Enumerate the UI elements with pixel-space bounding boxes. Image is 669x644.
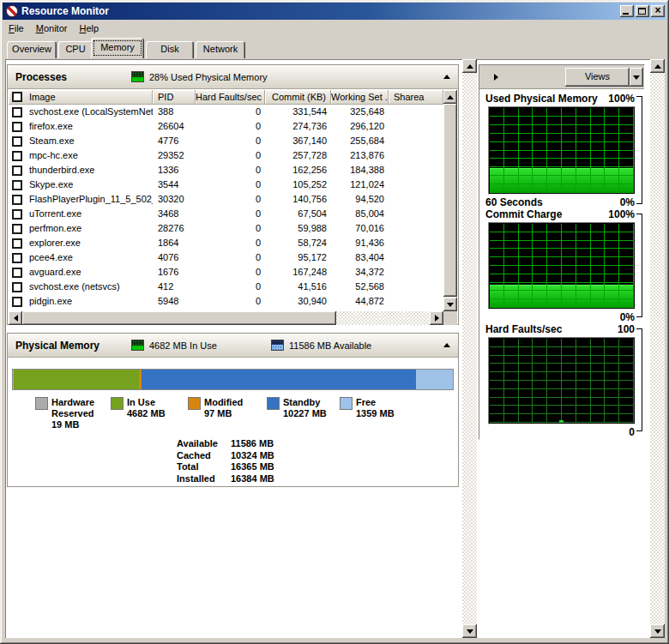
row-checkbox[interactable] <box>12 224 22 234</box>
process-pid: 1336 <box>153 163 196 178</box>
legend-value: 4682 MB <box>127 408 166 418</box>
row-checkbox[interactable] <box>12 180 22 190</box>
tab-memory[interactable]: Memory <box>91 38 144 58</box>
row-checkbox[interactable] <box>12 297 22 307</box>
column-commit[interactable]: Commit (KB) <box>265 90 331 105</box>
process-commit: 140,756 <box>265 192 331 207</box>
up-arrow-icon <box>654 64 661 69</box>
image-cell: explorer.exe <box>9 236 153 250</box>
row-checkbox[interactable] <box>12 238 22 249</box>
process-shareable <box>389 178 443 192</box>
table-row[interactable]: firefox.exe 26604 0 274,736 296,120 <box>9 119 443 134</box>
row-checkbox[interactable] <box>12 195 22 205</box>
column-pid[interactable]: PID <box>153 90 196 105</box>
table-row[interactable]: avguard.exe 1676 0 167,248 34,372 <box>9 265 443 280</box>
row-checkbox[interactable] <box>12 166 22 176</box>
tab-cpu[interactable]: CPU <box>58 41 93 58</box>
tab-network[interactable]: Network <box>196 41 245 58</box>
row-checkbox[interactable] <box>12 209 22 220</box>
process-hard-faults: 0 <box>196 163 265 178</box>
vscroll-thumb[interactable] <box>443 104 457 297</box>
image-cell: pidgin.exe <box>9 294 153 309</box>
process-working-set: 34,372 <box>331 265 389 280</box>
down-arrow-icon <box>654 629 661 634</box>
table-row[interactable]: FlashPlayerPlugin_11_5_502_135... 30320 … <box>9 192 443 207</box>
scroll-left-button[interactable] <box>9 311 22 325</box>
stat-available-value: 11586 MB <box>231 438 274 448</box>
physical-memory-header[interactable]: Physical Memory 4682 MB In Use 11586 MB … <box>8 334 458 358</box>
process-table-vscrollbar[interactable] <box>443 90 457 311</box>
process-hard-faults: 0 <box>196 207 265 221</box>
minimize-button[interactable] <box>620 5 634 17</box>
legend-modified: Modified97 MB <box>188 397 266 419</box>
hscroll-thumb[interactable] <box>22 311 336 325</box>
process-pid: 30320 <box>153 192 196 207</box>
memory-usage-bar <box>12 369 454 390</box>
views-dropdown-button[interactable] <box>630 68 643 87</box>
table-row[interactable]: pcee4.exe 4076 0 95,172 83,404 <box>9 250 443 265</box>
process-image: Skype.exe <box>29 178 73 192</box>
scroll-right-button[interactable] <box>430 311 443 325</box>
right-pane-scrollbar[interactable] <box>650 59 665 638</box>
process-pid: 29352 <box>153 148 196 163</box>
process-hard-faults: 0 <box>196 280 265 294</box>
graph1-title-row: Used Physical Memory 100% <box>485 93 635 105</box>
stat-total-label: Total <box>177 461 198 472</box>
table-row[interactable]: explorer.exe 1864 0 58,724 91,436 <box>9 236 443 250</box>
tab-overview[interactable]: Overview <box>7 41 57 58</box>
column-hard-faults[interactable]: Hard Faults/sec <box>196 90 265 105</box>
scroll-up-button[interactable] <box>650 59 665 73</box>
process-image: FlashPlayerPlugin_11_5_502_135... <box>29 192 153 207</box>
table-row[interactable]: thunderbird.exe 1336 0 162,256 184,388 <box>9 163 443 178</box>
row-checkbox[interactable] <box>12 107 22 117</box>
table-row[interactable]: mpc-hc.exe 29352 0 257,728 213,876 <box>9 148 443 163</box>
expand-panel-button[interactable] <box>486 69 505 86</box>
process-image: firefox.exe <box>29 119 73 134</box>
menu-file[interactable]: File <box>3 21 30 35</box>
scroll-down-button[interactable] <box>443 298 457 311</box>
process-working-set: 44,872 <box>331 294 389 309</box>
scroll-up-button[interactable] <box>443 90 457 104</box>
close-button[interactable]: × <box>651 5 665 17</box>
column-shareable[interactable]: Sharea <box>389 90 443 105</box>
row-checkbox[interactable] <box>12 151 22 161</box>
views-button[interactable]: Views <box>565 68 630 87</box>
scroll-down-button[interactable] <box>650 624 665 638</box>
menu-monitor[interactable]: Monitor <box>30 21 74 35</box>
column-image[interactable]: Image <box>9 90 153 105</box>
table-row[interactable]: svchost.exe (LocalSystemNetwo... 388 0 3… <box>9 105 443 119</box>
table-row[interactable]: uTorrent.exe 3468 0 67,504 85,004 <box>9 207 443 221</box>
collapse-physical-memory-icon[interactable] <box>443 343 450 347</box>
scroll-up-button[interactable] <box>462 59 477 73</box>
row-checkbox[interactable] <box>12 268 22 278</box>
maximize-icon <box>638 8 646 15</box>
select-all-checkbox[interactable] <box>12 92 22 102</box>
table-row[interactable]: svchost.exe (netsvcs) 412 0 41,516 52,56… <box>9 280 443 294</box>
processes-header[interactable]: Processes 28% Used Physical Memory <box>8 65 458 89</box>
row-checkbox[interactable] <box>12 253 22 263</box>
process-hard-faults: 0 <box>196 265 265 280</box>
menu-help[interactable]: Help <box>73 21 105 35</box>
row-checkbox[interactable] <box>12 122 22 132</box>
table-row[interactable]: perfmon.exe 28276 0 59,988 70,016 <box>9 221 443 236</box>
process-table-header: Image PID Hard Faults/sec Commit (KB) Wo… <box>9 90 443 105</box>
row-checkbox[interactable] <box>12 136 22 147</box>
table-row[interactable]: Steam.exe 4776 0 367,140 255,684 <box>9 134 443 148</box>
hard-faults-graph <box>488 337 636 424</box>
process-commit: 30,940 <box>265 294 331 309</box>
column-working-set[interactable]: Working Set ... <box>331 90 389 105</box>
legend-value: 19 MB <box>51 419 79 430</box>
collapse-processes-icon[interactable] <box>443 75 450 79</box>
table-row[interactable]: Skype.exe 3544 0 105,252 121,024 <box>9 178 443 192</box>
up-arrow-icon <box>447 95 454 99</box>
process-commit: 59,988 <box>265 221 331 236</box>
left-pane-scrollbar[interactable] <box>462 59 477 638</box>
row-checkbox[interactable] <box>12 282 22 292</box>
table-row[interactable]: pidgin.exe 5948 0 30,940 44,872 <box>9 294 443 309</box>
process-hard-faults: 0 <box>196 119 265 134</box>
expand-arrow-icon <box>494 74 498 81</box>
process-table-hscrollbar[interactable] <box>9 311 443 325</box>
tab-disk[interactable]: Disk <box>146 41 194 58</box>
maximize-button[interactable] <box>636 5 649 17</box>
scroll-down-button[interactable] <box>462 624 477 638</box>
